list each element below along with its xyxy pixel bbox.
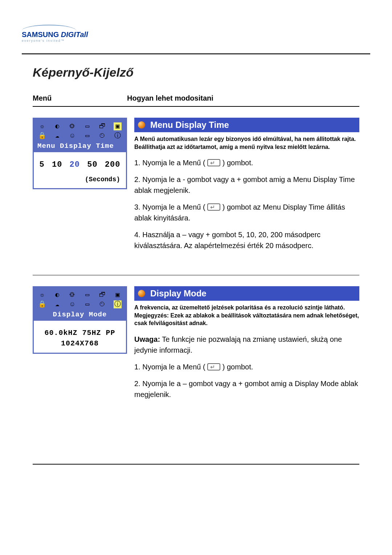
section2-steps: 1. Nyomja le a Menű ( ) gombot. 2. Nyomj… bbox=[134, 361, 359, 400]
step-1b: ) gombot. bbox=[222, 159, 253, 167]
step-1: 1. Nyomja le a Menű ( ) gombot. bbox=[134, 361, 359, 372]
column-header-left: Menű bbox=[33, 94, 127, 102]
note-text: Te funkcje nie pozwalają na zmianę ustaw… bbox=[134, 335, 342, 354]
heading-text: Display Mode bbox=[150, 288, 207, 298]
cloud-icon: ☁ bbox=[53, 300, 61, 308]
face-icon: ☺ bbox=[68, 132, 76, 140]
step-1a: 1. Nyomja le a Menű ( bbox=[134, 159, 207, 167]
osd-value-10: 10 bbox=[52, 160, 62, 169]
osd-mode-frequency: 60.0kHZ 75HZ PP bbox=[37, 329, 123, 337]
timer-icon: ⏲ bbox=[98, 132, 106, 140]
step-2: 2. Nyomja le a – gombot vagy a + gombot … bbox=[134, 378, 359, 400]
logo-arc-icon bbox=[22, 25, 76, 32]
section2-description: A frekvencia, az üzemeltető jelzések pol… bbox=[134, 304, 359, 327]
osd-unit-label: (Seconds) bbox=[37, 176, 123, 183]
osd-icon-row-2: 🔒 ☁ ☺ ▭ ⏲ ⓘ bbox=[37, 300, 123, 309]
contrast-icon: ◐ bbox=[53, 291, 61, 299]
osd-value-20-selected: 20 bbox=[70, 160, 80, 169]
osd-value-200: 200 bbox=[105, 160, 121, 169]
heading-menu-display-time: Menu Display Time bbox=[134, 118, 359, 132]
heading-text: Menu Display Time bbox=[150, 120, 229, 130]
step-1b: ) gombot. bbox=[222, 363, 253, 371]
osd-icon-row-1: ☼ ◐ ⯐ ▭ 🗗 ▣ bbox=[37, 290, 123, 300]
step-4: 4. Használja a – vagy + gombot 5, 10, 20… bbox=[134, 229, 359, 251]
info-icon-selected: ⓘ bbox=[114, 300, 122, 308]
screen-icon: ▭ bbox=[83, 300, 91, 308]
osd-value-50: 50 bbox=[87, 160, 97, 169]
pip-icon: 🗗 bbox=[98, 122, 106, 130]
section-display-mode: ☼ ◐ ⯐ ▭ 🗗 ▣ 🔒 ☁ ☺ ▭ ⏲ ⓘ Display Mode bbox=[22, 286, 370, 406]
menu-button-icon bbox=[207, 159, 220, 166]
top-divider bbox=[22, 53, 370, 54]
step-1a: 1. Nyomja le a Menű ( bbox=[134, 363, 207, 371]
osd-title: Display Mode bbox=[37, 309, 123, 319]
menu-icon: ▣ bbox=[114, 291, 122, 299]
step-3: 3. Nyomja le a Menű ( ) gombot az Menu D… bbox=[134, 202, 359, 223]
section2-content: Display Mode A frekvencia, az üzemeltető… bbox=[134, 286, 359, 406]
osd-panel-display-mode: ☼ ◐ ⯐ ▭ 🗗 ▣ 🔒 ☁ ☺ ▭ ⏲ ⓘ Display Mode bbox=[33, 286, 127, 406]
section2-note: Uwaga: Te funkcje nie pozwalają na zmian… bbox=[134, 334, 359, 356]
pip-icon: 🗗 bbox=[98, 291, 106, 299]
size-icon: ▭ bbox=[83, 291, 91, 299]
osd-panel-menu-display-time: ☼ ◐ ⯐ ▭ 🗗 ▣ 🔒 ☁ ☺ ▭ ⏲ ⓘ Menu Display Tim… bbox=[33, 118, 127, 257]
position-icon: ⯐ bbox=[68, 122, 76, 130]
size-icon: ▭ bbox=[83, 122, 91, 130]
column-header-right: Hogyan lehet modositani bbox=[127, 94, 359, 102]
brand-logo: SAMSUNG DIGITall everyone's invited™ bbox=[22, 22, 370, 42]
step-3a: 3. Nyomja le a Menű ( bbox=[134, 203, 207, 211]
position-icon: ⯐ bbox=[68, 291, 76, 299]
section1-steps: 1. Nyomja le a Menű ( ) gombot. 2. Nyomj… bbox=[134, 157, 359, 251]
face-icon: ☺ bbox=[68, 300, 76, 308]
menu-button-icon bbox=[207, 203, 220, 211]
bottom-divider bbox=[33, 464, 359, 465]
page-title: Képernyő-Kijelző bbox=[22, 65, 370, 80]
section1-content: Menu Display Time A Menű automatikusan l… bbox=[134, 118, 359, 257]
logo-tagline: everyone's invited™ bbox=[22, 39, 370, 42]
osd-icon-row-2: 🔒 ☁ ☺ ▭ ⏲ ⓘ bbox=[37, 131, 123, 141]
heading-bullet-icon bbox=[138, 290, 145, 297]
osd-value-5: 5 bbox=[40, 160, 45, 169]
timer-icon: ⏲ bbox=[98, 300, 106, 308]
lock-icon: 🔒 bbox=[38, 300, 46, 308]
note-bold: Uwaga: bbox=[134, 335, 160, 343]
osd-mode-resolution: 1024X768 bbox=[37, 339, 123, 348]
osd-timeout-values: 5 10 20 50 200 bbox=[37, 160, 123, 169]
screen-icon: ▭ bbox=[83, 132, 91, 140]
section1-description: A Menű automatikusan lezár egy bizonyos … bbox=[134, 135, 359, 151]
brightness-icon: ☼ bbox=[38, 291, 46, 299]
heading-bullet-icon bbox=[138, 121, 145, 129]
section-menu-display-time: ☼ ◐ ⯐ ▭ 🗗 ▣ 🔒 ☁ ☺ ▭ ⏲ ⓘ Menu Display Tim… bbox=[22, 118, 370, 257]
info-icon: ⓘ bbox=[114, 132, 122, 140]
column-headers: Menű Hogyan lehet modositani bbox=[22, 94, 370, 102]
heading-display-mode: Display Mode bbox=[134, 286, 359, 301]
contrast-icon: ◐ bbox=[53, 122, 61, 130]
osd-title: Menu Display Time bbox=[37, 141, 123, 151]
lock-icon: 🔒 bbox=[38, 132, 46, 140]
header-divider bbox=[33, 106, 359, 107]
cloud-icon: ☁ bbox=[53, 132, 61, 140]
menu-button-icon bbox=[207, 363, 220, 370]
brightness-icon: ☼ bbox=[38, 122, 46, 130]
section-divider bbox=[33, 275, 359, 275]
step-1: 1. Nyomja le a Menű ( ) gombot. bbox=[134, 157, 359, 168]
step-2: 2. Nyomja le a - gombot vagy a + gombot … bbox=[134, 174, 359, 196]
osd-icon-row-1: ☼ ◐ ⯐ ▭ 🗗 ▣ bbox=[37, 122, 123, 131]
menu-icon: ▣ bbox=[114, 122, 122, 130]
